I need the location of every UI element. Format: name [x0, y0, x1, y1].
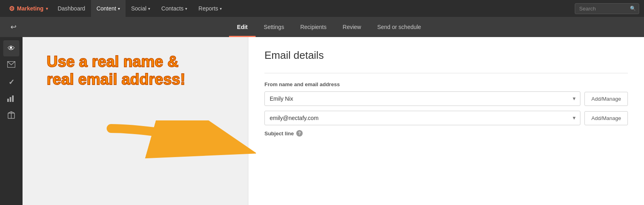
tab-review[interactable]: Review	[334, 17, 369, 37]
envelope-icon	[7, 61, 15, 69]
nav-content-label: Content	[97, 5, 116, 12]
from-label: From name and email address	[264, 81, 628, 87]
main-layout: 👁 ✓	[0, 37, 644, 205]
from-name-select[interactable]: Emily Nix	[264, 91, 580, 106]
nav-social-label: Social	[131, 5, 147, 12]
from-email-select[interactable]: emily@nectafy.com	[264, 111, 580, 125]
nav-contacts[interactable]: Contacts ▾	[156, 0, 193, 17]
nav-contacts-caret-icon: ▾	[185, 6, 187, 11]
brand-logo[interactable]: ⚙ Marketing ▾	[5, 5, 52, 12]
back-button[interactable]: ↩	[6, 20, 21, 34]
search-input[interactable]	[575, 3, 639, 14]
annotation-area: Use a real name & real email address!	[23, 37, 248, 205]
nav-reports-label: Reports	[198, 5, 218, 12]
from-name-row: Emily Nix ▼ Add/Manage	[264, 91, 628, 106]
search-icon: 🔍	[630, 6, 636, 11]
search-container: 🔍	[575, 3, 639, 14]
sidebar-email-button[interactable]	[3, 57, 19, 73]
secondary-tabs: Edit Settings Recipients Review Send or …	[21, 17, 638, 37]
brand-label: Marketing	[17, 5, 43, 12]
tab-settings[interactable]: Settings	[256, 17, 292, 37]
annotation-line2: real email address!	[47, 71, 185, 89]
sidebar-box-button[interactable]	[3, 108, 19, 124]
nav-dashboard-label: Dashboard	[58, 5, 85, 12]
annotation-arrow	[103, 120, 256, 169]
tab-edit[interactable]: Edit	[229, 17, 256, 37]
from-email-row: emily@nectafy.com ▼ Add/Manage	[264, 111, 628, 125]
subject-label-text: Subject line	[264, 130, 294, 137]
sidebar-eye-button[interactable]: 👁	[3, 40, 19, 56]
help-icon[interactable]: ?	[296, 130, 303, 137]
annotation-text: Use a real name & real email address!	[47, 53, 185, 88]
brand-caret-icon: ▾	[46, 6, 48, 11]
svg-rect-3	[12, 95, 14, 102]
sprocket-icon: ⚙	[9, 5, 14, 12]
nav-dashboard[interactable]: Dashboard	[52, 0, 91, 17]
form-panel: Email details From name and email addres…	[248, 37, 644, 205]
checkmark-icon: ✓	[8, 78, 14, 87]
tab-recipients[interactable]: Recipients	[292, 17, 334, 37]
nav-reports[interactable]: Reports ▾	[193, 0, 227, 17]
nav-social-caret-icon: ▾	[148, 6, 150, 11]
from-name-select-wrapper: Emily Nix ▼	[264, 91, 580, 106]
secondary-navigation: ↩ Edit Settings Recipients Review Send o…	[0, 17, 644, 37]
svg-rect-1	[7, 99, 9, 102]
content-area: Use a real name & real email address! Em…	[23, 37, 644, 205]
sidebar-check-button[interactable]: ✓	[3, 74, 19, 90]
tab-settings-label: Settings	[264, 24, 284, 30]
nav-social[interactable]: Social ▾	[126, 0, 156, 17]
form-title: Email details	[264, 49, 628, 62]
tab-send-or-schedule[interactable]: Send or schedule	[369, 17, 429, 37]
top-navigation: ⚙ Marketing ▾ Dashboard Content ▾ Social…	[0, 0, 644, 17]
tab-send-label: Send or schedule	[377, 24, 421, 30]
nav-contacts-label: Contacts	[161, 5, 184, 12]
sidebar-chart-button[interactable]	[3, 91, 19, 107]
annotation-line1: Use a real name &	[47, 53, 185, 71]
tab-edit-label: Edit	[237, 24, 248, 30]
form-divider	[264, 73, 628, 73]
subject-label-container: Subject line ?	[264, 130, 628, 137]
from-email-add-manage-button[interactable]: Add/Manage	[584, 111, 628, 125]
cube-icon	[7, 111, 15, 121]
eye-icon: 👁	[8, 44, 15, 53]
nav-content-caret-icon: ▾	[118, 6, 120, 11]
tab-review-label: Review	[343, 24, 361, 30]
from-name-add-manage-button[interactable]: Add/Manage	[584, 92, 628, 106]
nav-content[interactable]: Content ▾	[91, 0, 126, 17]
svg-rect-2	[10, 97, 11, 102]
from-email-select-wrapper: emily@nectafy.com ▼	[264, 111, 580, 125]
nav-reports-caret-icon: ▾	[220, 6, 222, 11]
left-sidebar: 👁 ✓	[0, 37, 23, 205]
tab-recipients-label: Recipients	[300, 24, 326, 30]
chart-icon	[7, 95, 15, 104]
